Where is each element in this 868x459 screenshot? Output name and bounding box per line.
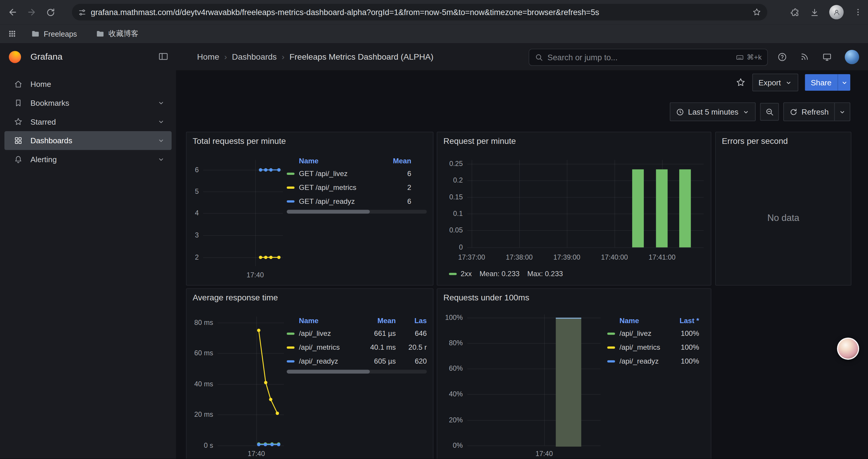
breadcrumb-separator: ›: [282, 52, 284, 61]
sidebar-item-home[interactable]: Home: [4, 75, 172, 94]
page-header: Home › Dashboards › Freeleaps Metrics Da…: [176, 43, 868, 71]
legend-header-row[interactable]: NameMeanLas: [287, 314, 427, 326]
forward-button[interactable]: [22, 3, 41, 22]
refresh-icon: [789, 107, 798, 116]
legend-header-row[interactable]: NameMean: [287, 155, 427, 167]
legend-header-cell: Name: [299, 156, 387, 165]
bookmark-folder-blogs[interactable]: 收藏博客: [90, 26, 144, 41]
legend-table: NameMeanGET /api/_livez6GET /api/_metric…: [287, 155, 427, 214]
dock-menu-icon[interactable]: [158, 51, 169, 62]
y-axis-tick: 6: [186, 165, 199, 174]
star-icon: [14, 117, 23, 126]
browser-menu-icon[interactable]: [854, 8, 862, 17]
share-button[interactable]: Share: [805, 74, 838, 91]
site-settings-icon[interactable]: [78, 8, 86, 16]
chevron-down-icon: [785, 79, 792, 86]
x-axis-tick: 17:40: [232, 270, 278, 280]
x-axis-tick: 17:40: [233, 449, 279, 458]
legend-row[interactable]: /api/_metrics40.1 ms20.5 r: [287, 340, 427, 354]
x-axis-tick: 17:41:00: [639, 253, 685, 262]
help-icon[interactable]: [777, 52, 787, 62]
series-swatch: [607, 332, 615, 334]
chevron-down-icon[interactable]: [157, 156, 165, 163]
legend-scrollbar-thumb: [287, 370, 370, 374]
back-button[interactable]: [3, 3, 22, 22]
bookmark-star-icon[interactable]: [752, 8, 761, 17]
display-icon[interactable]: [822, 52, 832, 62]
series-name: 2xx: [461, 270, 472, 278]
legend-inline[interactable]: 2xx Mean: 0.233 Max: 0.233: [449, 270, 563, 278]
series-mean: Mean: 0.233: [479, 270, 519, 278]
dashboard-canvas: Export Share: [176, 70, 868, 459]
legend-row[interactable]: GET /api/_livez6: [287, 167, 427, 181]
browser-toolbar: grafana.mathmast.com/d/deytv4rwavabkb/fr…: [0, 0, 868, 24]
url-text[interactable]: grafana.mathmast.com/d/deytv4rwavabkb/fr…: [91, 8, 752, 17]
refresh-interval-dropdown[interactable]: [834, 103, 850, 121]
bar-series-segment: [632, 169, 644, 248]
panel-errors-per-second: Errors per second No data: [715, 132, 851, 286]
sidebar-item-bookmarks[interactable]: Bookmarks: [4, 94, 172, 112]
time-range-button[interactable]: Last 5 minutes: [670, 103, 755, 121]
url-bar[interactable]: grafana.mathmast.com/d/deytv4rwavabkb/fr…: [72, 4, 767, 21]
extensions-icon[interactable]: [790, 7, 800, 17]
breadcrumb-dashboards[interactable]: Dashboards: [232, 52, 277, 61]
user-avatar[interactable]: [845, 50, 859, 64]
chart-area[interactable]: 0.250.20.150.10.05017:37:0017:38:0017:39…: [437, 132, 711, 285]
grafana-logo[interactable]: [9, 51, 21, 63]
legend-row[interactable]: GET /api/_readyz6: [287, 194, 427, 208]
export-button[interactable]: Export: [752, 73, 798, 91]
panel-title[interactable]: Errors per second: [722, 136, 788, 145]
home-icon: [14, 80, 23, 89]
search-input[interactable]: Search or jump to... ⌘+k: [529, 49, 768, 66]
favorite-dashboard-icon[interactable]: [736, 77, 746, 88]
y-axis-tick: 0.25: [437, 160, 463, 168]
browser-profile-avatar[interactable]: [829, 5, 844, 20]
news-rss-icon[interactable]: [800, 52, 809, 61]
series-swatch: [287, 332, 294, 334]
sidebar-item-alerting[interactable]: Alerting: [4, 150, 172, 169]
legend-header-row[interactable]: NameLast *: [607, 314, 699, 326]
legend-row[interactable]: /api/_readyz100%: [607, 354, 699, 368]
floating-assistant-avatar[interactable]: [837, 338, 859, 360]
share-dropdown-button[interactable]: [838, 74, 850, 91]
reload-button[interactable]: [41, 3, 60, 22]
chevron-down-icon[interactable]: [157, 118, 165, 126]
y-axis-tick: 40 ms: [186, 380, 213, 388]
y-axis-tick: 0 s: [186, 441, 213, 450]
legend-row[interactable]: GET /api/_metrics2: [287, 181, 427, 194]
refresh-button[interactable]: Refresh: [784, 103, 834, 121]
y-axis-tick: 0.1: [437, 209, 463, 218]
x-axis-tick: 17:39:00: [544, 253, 590, 262]
chevron-down-icon[interactable]: [157, 137, 165, 144]
search-shortcut: ⌘+k: [736, 53, 762, 61]
y-axis-tick: 60%: [437, 364, 463, 373]
series-swatch: [607, 360, 615, 362]
legend-row[interactable]: /api/_metrics100%: [607, 340, 699, 354]
apps-grid-icon[interactable]: [8, 29, 17, 38]
bookmark-icon: [14, 99, 23, 107]
legend-scrollbar[interactable]: [287, 210, 427, 214]
bell-icon: [14, 155, 23, 164]
legend-header-cell: Name: [620, 316, 673, 325]
y-axis-tick: 40%: [437, 390, 463, 398]
legend-row[interactable]: /api/_readyz605 µs620: [287, 354, 427, 368]
x-axis-tick: 17:40: [521, 449, 567, 458]
bookmarks-bar: Freeleaps 收藏博客: [0, 24, 868, 44]
panel-total-requests-per-minute: Total requests per minute 6543217:40 Nam…: [186, 132, 434, 286]
grafana-app: Grafana Home Bookmarks: [0, 43, 868, 459]
chevron-down-icon[interactable]: [157, 99, 165, 107]
legend-header-cell: Las: [396, 316, 427, 325]
y-axis-tick: 20%: [437, 416, 463, 424]
downloads-icon[interactable]: [810, 7, 819, 17]
zoom-out-time-button[interactable]: [760, 103, 779, 121]
folder-icon: [31, 29, 40, 38]
breadcrumb-home[interactable]: Home: [197, 52, 219, 61]
legend-row[interactable]: /api/_livez100%: [607, 326, 699, 340]
search-placeholder: Search or jump to...: [548, 53, 736, 62]
bookmark-label: 收藏博客: [108, 29, 138, 39]
legend-row[interactable]: /api/_livez661 µs646: [287, 326, 427, 340]
bookmark-folder-freeleaps[interactable]: Freeleaps: [25, 26, 83, 41]
sidebar-item-dashboards[interactable]: Dashboards: [4, 131, 172, 150]
sidebar-item-starred[interactable]: Starred: [4, 112, 172, 131]
legend-scrollbar[interactable]: [287, 370, 427, 374]
